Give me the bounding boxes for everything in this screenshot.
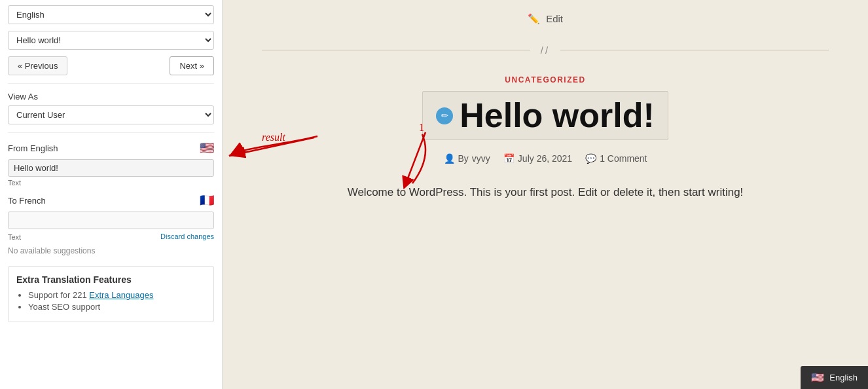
bottom-language-bar[interactable]: 🇺🇸 English xyxy=(801,366,868,389)
from-lang-header: From English 🇺🇸 xyxy=(8,141,214,155)
prev-button[interactable]: « Previous xyxy=(8,56,67,75)
to-flag: 🇫🇷 xyxy=(200,193,214,208)
translation-sidebar: English French Spanish German Hello worl… xyxy=(0,0,223,389)
post-title-wrapper: ✏ Hello world! xyxy=(422,91,668,140)
extra-features-box: Extra Translation Features Support for 2… xyxy=(8,266,214,322)
to-field-row: Text Discard changes xyxy=(8,231,214,241)
calendar-icon: 📅 xyxy=(503,153,515,164)
post-title-edit-icon[interactable]: ✏ xyxy=(436,107,453,124)
slash-text: // xyxy=(530,45,560,56)
post-comments: 💬 1 Comment xyxy=(585,153,647,164)
discard-changes-link[interactable]: Discard changes xyxy=(160,232,214,240)
divider-slash: // xyxy=(262,45,829,56)
to-field-label: Text xyxy=(8,233,21,241)
navigation-buttons: « Previous Next » xyxy=(8,56,214,75)
extra-features-list: Support for 221 Extra Languages Yoast SE… xyxy=(16,290,206,312)
list-item: Support for 221 Extra Languages xyxy=(28,290,206,300)
to-lang-header: To French 🇫🇷 xyxy=(8,193,214,208)
edit-icon: ✏️ xyxy=(528,13,540,24)
view-as-section: Current User Visitor xyxy=(8,105,214,124)
comments-link[interactable]: 1 Comment xyxy=(600,153,647,164)
date-text: July 26, 2021 xyxy=(518,153,572,164)
divider-2 xyxy=(8,132,214,133)
author-link[interactable]: vyvy xyxy=(472,153,490,164)
from-field-label: Text xyxy=(8,179,214,187)
bottom-language-label: English xyxy=(829,373,858,382)
next-button[interactable]: Next » xyxy=(170,56,214,75)
extra-languages-link[interactable]: Extra Languages xyxy=(89,290,153,300)
comment-icon: 💬 xyxy=(585,153,596,164)
bottom-flag: 🇺🇸 xyxy=(811,371,824,384)
language-section: English French Spanish German xyxy=(8,5,214,24)
edit-label[interactable]: Edit xyxy=(546,13,563,24)
post-select-section: Hello world! xyxy=(8,31,214,50)
from-lang-label: From English xyxy=(8,143,58,153)
post-date: 📅 July 26, 2021 xyxy=(503,153,572,164)
to-lang-label: To French xyxy=(8,196,46,206)
divider-1 xyxy=(8,83,214,84)
edit-bar: ✏️ Edit xyxy=(262,13,829,25)
from-flag: 🇺🇸 xyxy=(200,141,214,155)
no-suggestions-text: No available suggestions xyxy=(8,246,214,255)
language-select[interactable]: English French Spanish German xyxy=(8,5,214,24)
list-item: Yoast SEO support xyxy=(28,302,206,312)
post-title: Hello world! xyxy=(460,97,655,134)
post-meta: 👤 By vyvy 📅 July 26, 2021 💬 1 Comment xyxy=(262,153,829,164)
post-content: Welcome to WordPress. This is your first… xyxy=(323,183,768,202)
main-content: ✏️ Edit // UNCATEGORIZED ✏ Hello world! … xyxy=(223,0,868,389)
view-as-select[interactable]: Current User Visitor xyxy=(8,105,214,124)
to-text-input[interactable] xyxy=(8,212,214,229)
extra-features-title: Extra Translation Features xyxy=(16,274,206,285)
from-text-input[interactable] xyxy=(8,159,214,177)
view-as-label: View As xyxy=(8,92,214,102)
post-title-section: ✏ Hello world! xyxy=(262,91,829,153)
post-author: 👤 By vyvy xyxy=(444,153,490,164)
post-select[interactable]: Hello world! xyxy=(8,31,214,50)
by-label: By xyxy=(458,153,469,164)
post-category: UNCATEGORIZED xyxy=(262,75,829,84)
person-icon: 👤 xyxy=(444,153,455,164)
